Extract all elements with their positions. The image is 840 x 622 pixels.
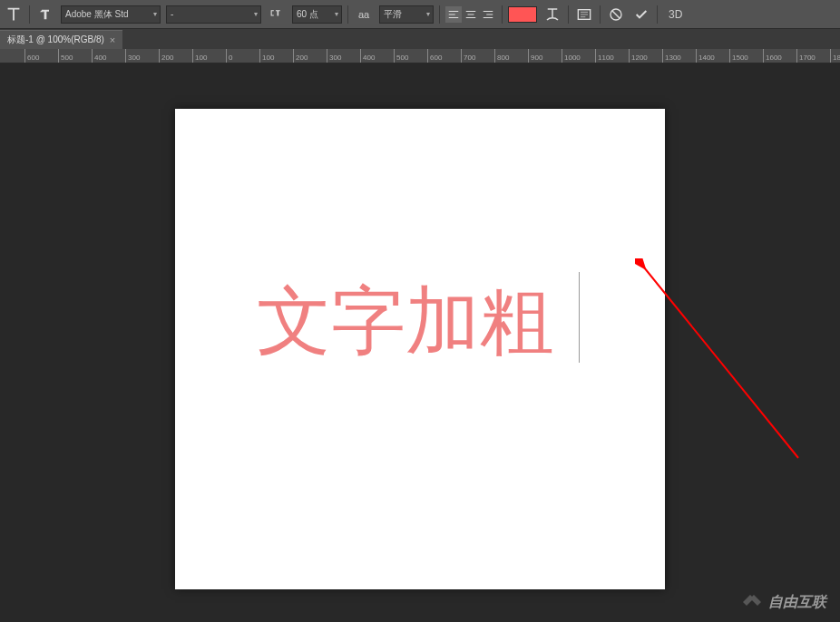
ruler-tick: 200 xyxy=(293,49,308,63)
align-center-button[interactable] xyxy=(463,6,479,23)
text-cursor xyxy=(579,272,580,363)
divider xyxy=(347,5,348,24)
ruler-tick: 1400 xyxy=(696,49,715,63)
font-size-icon[interactable] xyxy=(267,5,287,24)
ruler-tick: 600 xyxy=(427,49,442,63)
document-tab-bar: 标题-1 @ 100%(RGB/8) × xyxy=(0,29,840,49)
anti-alias-value: 平滑 xyxy=(384,8,402,21)
font-size-value: 60 点 xyxy=(297,8,318,21)
text-color-swatch[interactable] xyxy=(508,6,537,23)
divider xyxy=(600,5,601,24)
warp-text-icon[interactable] xyxy=(542,5,562,24)
ruler-tick: 900 xyxy=(528,49,542,63)
font-family-dropdown[interactable]: Adobe 黑体 Std xyxy=(61,5,161,24)
ruler-tick: 200 xyxy=(159,49,173,63)
ruler-tick: 1500 xyxy=(729,49,748,63)
divider xyxy=(502,5,503,24)
watermark: 自由互联 xyxy=(741,591,826,613)
watermark-logo-icon xyxy=(741,591,763,613)
tab-close-icon[interactable]: × xyxy=(110,34,115,45)
align-right-button[interactable] xyxy=(480,6,496,23)
divider xyxy=(657,5,658,24)
ruler-tick: 600 xyxy=(24,49,39,63)
commit-icon[interactable] xyxy=(631,5,651,24)
ruler-tick: 500 xyxy=(394,49,408,63)
ruler-tick: 100 xyxy=(192,49,207,63)
document-canvas[interactable]: 文字加粗 xyxy=(175,109,665,589)
font-size-input[interactable]: 60 点 xyxy=(292,5,342,24)
ruler-tick: 500 xyxy=(58,49,73,63)
text-orientation-toggle-icon[interactable] xyxy=(35,5,55,24)
ruler-tick: 300 xyxy=(125,49,140,63)
text-align-group xyxy=(445,6,496,23)
character-panel-icon[interactable] xyxy=(574,5,594,24)
ruler-tick: 1700 xyxy=(796,49,816,63)
ruler-tick: 1300 xyxy=(662,49,681,63)
anti-alias-dropdown[interactable]: 平滑 xyxy=(379,5,434,24)
tab-title: 标题-1 @ 100%(RGB/8) xyxy=(7,34,104,46)
ruler-tick: 400 xyxy=(360,49,375,63)
ruler-tick: 800 xyxy=(494,49,509,63)
anti-alias-icon: aa xyxy=(354,5,374,24)
ruler-tick: 1100 xyxy=(595,49,614,63)
ruler-tick: 400 xyxy=(92,49,106,63)
ruler-tick: 1600 xyxy=(763,49,782,63)
divider xyxy=(568,5,569,24)
text-tool-icon[interactable] xyxy=(4,5,24,24)
ruler-tick: 700 xyxy=(461,49,475,63)
watermark-text: 自由互联 xyxy=(768,593,826,612)
canvas-area[interactable]: 文字加粗 xyxy=(0,63,840,622)
divider xyxy=(29,5,30,24)
font-style-dropdown[interactable]: - xyxy=(166,5,261,24)
font-family-value: Adobe 黑体 Std xyxy=(65,8,128,21)
document-tab[interactable]: 标题-1 @ 100%(RGB/8) × xyxy=(0,30,122,49)
font-style-value: - xyxy=(171,9,173,19)
horizontal-ruler[interactable]: 0600500400300200100010020030040050060070… xyxy=(0,49,840,63)
ruler-tick: 1800 xyxy=(830,49,840,63)
canvas-text-layer[interactable]: 文字加粗 xyxy=(257,272,554,372)
options-toolbar: Adobe 黑体 Std - 60 点 aa 平滑 xyxy=(0,0,840,29)
ruler-tick: 100 xyxy=(259,49,274,63)
ruler-tick: 1200 xyxy=(629,49,648,63)
divider xyxy=(439,5,440,24)
3d-button[interactable]: 3D xyxy=(663,8,688,21)
ruler-tick: 0 xyxy=(226,49,232,63)
ruler-tick: 300 xyxy=(327,49,341,63)
ruler-tick: 1000 xyxy=(562,49,581,63)
align-left-button[interactable] xyxy=(445,6,462,23)
cancel-icon[interactable] xyxy=(606,5,626,24)
